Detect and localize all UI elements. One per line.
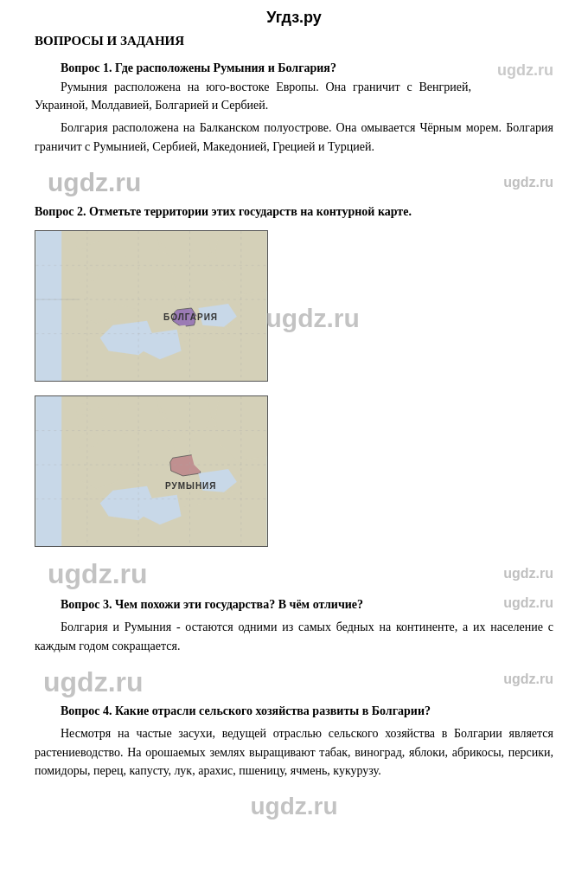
q1-title-text: Где расположены Румыния и Болгария? <box>115 61 336 74</box>
watermark-small-1: ugdz.ru <box>503 175 553 190</box>
watermark-large-1: ugdz.ru <box>48 168 141 197</box>
watermark-area-3: ugdz.ru ugdz.ru <box>35 667 553 698</box>
question-3: Вопрос 3. Чем похожи эти государства? В … <box>35 595 553 655</box>
site-title: Угдз.ру <box>0 9 588 27</box>
watermark-small-3: ugdz.ru <box>503 672 553 687</box>
watermark-maps-center: ugdz.ru <box>266 304 360 333</box>
watermark-area-1: ugdz.ru ugdz.ru <box>35 168 553 199</box>
question-4: Вопрос 4. Какие отрасли сельского хозяйс… <box>35 702 553 781</box>
map1-label: БОЛГАРИЯ <box>163 312 218 322</box>
q3-title: Вопрос 3. Чем похожи эти государства? В … <box>35 595 553 614</box>
question-2: Вопрос 2. Отметьте территории этих госуд… <box>35 202 553 547</box>
question-1: Вопрос 1. Где расположены Румыния и Болг… <box>35 59 553 156</box>
q3-answer-1: Болгария и Румыния - остаются одними из … <box>35 618 553 655</box>
q2-title-text: Отметьте территории этих государств на к… <box>89 205 412 218</box>
map2-wrapper: РУМЫНИЯ <box>35 395 553 547</box>
map2-romania: РУМЫНИЯ <box>35 395 268 547</box>
watermark-q3-right: ugdz.ru <box>503 595 553 611</box>
q3-number: Вопрос 3. <box>61 598 112 611</box>
q1-answer-1: Румыния расположена на юго-востоке Европ… <box>35 78 553 115</box>
q1-number: Вопрос 1. <box>61 61 112 74</box>
maps-section: БОЛГАРИЯ ugdz.ru <box>35 230 553 547</box>
q4-answer-1: Несмотря на частые засухи, ведущей отрас… <box>35 724 553 781</box>
watermark-large-3: ugdz.ru <box>43 666 144 698</box>
watermark-large-2: ugdz.ru <box>48 558 148 590</box>
map1-wrapper: БОЛГАРИЯ <box>35 230 268 387</box>
q1-title: Вопрос 1. Где расположены Румыния и Болг… <box>35 59 553 78</box>
watermark-area-4: ugdz.ru <box>35 793 553 824</box>
q4-title-text: Какие отрасли сельского хозяйства развит… <box>115 704 431 717</box>
watermark-small-2: ugdz.ru <box>503 566 553 582</box>
q2-title: Вопрос 2. Отметьте территории этих госуд… <box>35 202 553 222</box>
map2-label: РУМЫНИЯ <box>165 481 216 491</box>
q2-number: Вопрос 2. <box>35 205 86 218</box>
watermark-area-2: ugdz.ru ugdz.ru <box>35 559 553 590</box>
section-title: ВОПРОСЫ И ЗАДАНИЯ <box>35 34 553 48</box>
watermark-footer: ugdz.ru <box>250 793 337 820</box>
q3-title-text: Чем похожи эти государства? В чём отличи… <box>115 598 363 611</box>
map1-bulgaria: БОЛГАРИЯ <box>35 230 268 382</box>
q4-title: Вопрос 4. Какие отрасли сельского хозяйс… <box>35 702 553 721</box>
q1-answer-2: Болгария расположена на Балканском полуо… <box>35 119 553 156</box>
q4-number: Вопрос 4. <box>61 704 112 717</box>
